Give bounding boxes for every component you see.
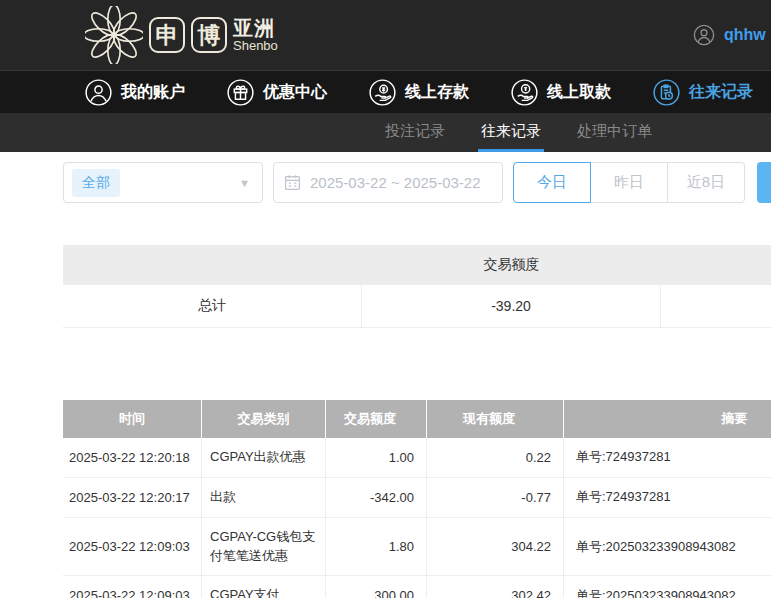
search-button[interactable] bbox=[757, 162, 771, 203]
yesterday-button[interactable]: 昨日 bbox=[590, 162, 668, 203]
cell-time: 2025-03-22 12:09:03 bbox=[63, 518, 202, 576]
column-header-memo: 摘要 bbox=[564, 400, 771, 438]
summary-total-label: 总计 bbox=[63, 285, 362, 327]
calendar-icon bbox=[284, 174, 301, 191]
nav-label: 我的账户 bbox=[121, 82, 185, 103]
logo-char-shen: 申 bbox=[149, 17, 185, 53]
nav-item-deposit[interactable]: 线上存款 bbox=[369, 79, 469, 106]
logo-char-bo: 博 bbox=[191, 17, 227, 53]
chevron-down-icon: ▼ bbox=[239, 177, 250, 189]
cell-memo: 单号:202503233908943082 bbox=[564, 576, 771, 598]
nav-item-records[interactable]: 往来记录 bbox=[653, 79, 753, 106]
nav-label: 线上存款 bbox=[405, 82, 469, 103]
top-header: 申 博 亚洲 Shenbo qhhw bbox=[0, 0, 771, 70]
subtab-bar: 投注记录 往来记录 处理中订单 bbox=[0, 113, 771, 152]
column-header-time: 时间 bbox=[63, 400, 202, 438]
nav-item-promotions[interactable]: 优惠中心 bbox=[227, 79, 327, 106]
tab-betting-records[interactable]: 投注记录 bbox=[382, 113, 448, 152]
table-row: 2025-03-22 12:09:03 CGPAY-CG钱包支付笔笔送优惠 1.… bbox=[63, 518, 771, 577]
summary-header-row: 交易额度 bbox=[63, 245, 771, 285]
main-nav: 我的账户 优惠中心 线上存款 bbox=[0, 70, 771, 113]
summary-empty-cell bbox=[661, 285, 771, 327]
summary-header-label: 交易额度 bbox=[362, 245, 661, 285]
cell-time: 2025-03-22 12:20:18 bbox=[63, 438, 202, 477]
cell-amount: 300.00 bbox=[326, 576, 427, 598]
cell-type: CGPAY支付 bbox=[202, 576, 326, 598]
table-row: 2025-03-22 12:20:17 出款 -342.00 -0.77 单号:… bbox=[63, 478, 771, 518]
withdraw-icon bbox=[511, 79, 538, 106]
last-8-days-button[interactable]: 近8日 bbox=[667, 162, 745, 203]
gift-icon bbox=[227, 79, 254, 106]
cell-amount: -342.00 bbox=[326, 478, 427, 517]
cell-memo: 单号:724937281 bbox=[564, 478, 771, 517]
cell-type: CGPAY-CG钱包支付笔笔送优惠 bbox=[202, 518, 326, 576]
deposit-icon bbox=[369, 79, 396, 106]
cell-type: 出款 bbox=[202, 478, 326, 517]
transactions-table: 时间 交易类别 交易额度 现有额度 摘要 2025-03-22 12:20:18… bbox=[63, 400, 771, 598]
cell-amount: 1.80 bbox=[326, 518, 427, 576]
cell-amount: 1.00 bbox=[326, 438, 427, 477]
cell-memo: 单号:202503233908943082 bbox=[564, 518, 771, 576]
column-header-amount: 交易额度 bbox=[326, 400, 427, 438]
type-filter-chip: 全部 bbox=[72, 169, 120, 197]
tab-transaction-records[interactable]: 往来记录 bbox=[478, 113, 544, 152]
records-icon bbox=[653, 79, 680, 106]
flower-logo-icon bbox=[85, 6, 143, 64]
type-filter-select[interactable]: 全部 ▼ bbox=[63, 162, 263, 203]
cell-type: CGPAY出款优惠 bbox=[202, 438, 326, 477]
today-button[interactable]: 今日 bbox=[513, 162, 591, 203]
summary-total-row: 总计 -39.20 bbox=[63, 285, 771, 328]
cell-balance: -0.77 bbox=[427, 478, 564, 517]
logo-region-text: 亚洲 bbox=[233, 18, 278, 39]
transactions-header-row: 时间 交易类别 交易额度 现有额度 摘要 bbox=[63, 400, 771, 438]
quick-date-buttons: 今日 昨日 近8日 bbox=[513, 162, 745, 203]
nav-label: 优惠中心 bbox=[263, 82, 327, 103]
nav-item-withdraw[interactable]: 线上取款 bbox=[511, 79, 611, 106]
avatar-icon bbox=[693, 24, 715, 46]
cell-balance: 304.22 bbox=[427, 518, 564, 576]
username-text: qhhw bbox=[724, 26, 766, 44]
table-row: 2025-03-22 12:20:18 CGPAY出款优惠 1.00 0.22 … bbox=[63, 438, 771, 478]
user-account[interactable]: qhhw bbox=[693, 24, 766, 46]
tab-processing-orders[interactable]: 处理中订单 bbox=[574, 113, 655, 152]
cell-time: 2025-03-22 12:09:03 bbox=[63, 576, 202, 598]
table-row: 2025-03-22 12:09:03 CGPAY支付 300.00 302.4… bbox=[63, 576, 771, 598]
user-icon bbox=[85, 79, 112, 106]
nav-item-my-account[interactable]: 我的账户 bbox=[85, 79, 185, 106]
summary-table: 交易额度 总计 -39.20 bbox=[63, 245, 771, 328]
date-range-input[interactable]: 2025-03-22 ~ 2025-03-22 bbox=[273, 162, 503, 203]
nav-label: 线上取款 bbox=[547, 82, 611, 103]
column-header-balance: 现有额度 bbox=[427, 400, 564, 438]
cell-balance: 0.22 bbox=[427, 438, 564, 477]
summary-total-value: -39.20 bbox=[362, 285, 661, 327]
brand-logo[interactable]: 申 博 亚洲 Shenbo bbox=[85, 6, 278, 64]
cell-balance: 302.42 bbox=[427, 576, 564, 598]
column-header-type: 交易类别 bbox=[202, 400, 326, 438]
date-range-value: 2025-03-22 ~ 2025-03-22 bbox=[310, 174, 481, 191]
nav-label: 往来记录 bbox=[689, 82, 753, 103]
logo-sub-text: Shenbo bbox=[233, 39, 278, 53]
cell-time: 2025-03-22 12:20:17 bbox=[63, 478, 202, 517]
cell-memo: 单号:724937281 bbox=[564, 438, 771, 477]
page: 申 博 亚洲 Shenbo qhhw 我的账户 bbox=[0, 0, 771, 598]
